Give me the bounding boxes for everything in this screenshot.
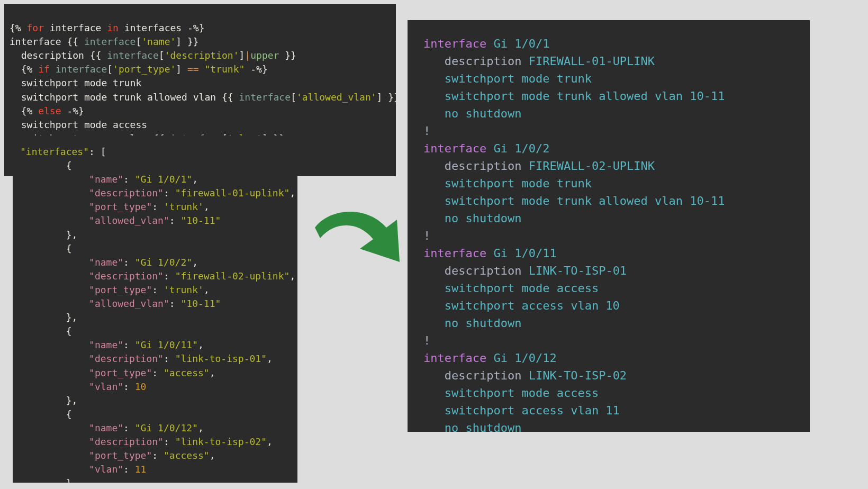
json-data-code: "interfaces": [ { "name": "Gi 1/0/1", "d… [13, 135, 297, 483]
arrow-icon [307, 201, 413, 286]
rendered-output-code: interface Gi 1/0/1 description FIREWALL-… [408, 20, 810, 432]
